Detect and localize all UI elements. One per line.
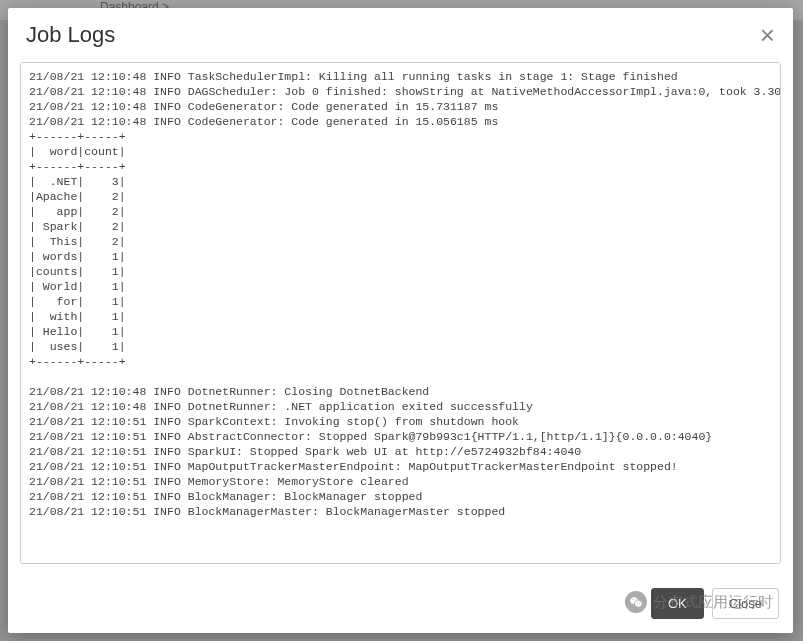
- modal-header: Job Logs ×: [8, 8, 793, 62]
- ok-button[interactable]: OK: [651, 588, 704, 619]
- close-icon[interactable]: ×: [760, 22, 775, 48]
- job-logs-modal: Job Logs × OK Close: [8, 8, 793, 633]
- log-output-textarea[interactable]: [20, 62, 781, 564]
- modal-title: Job Logs: [26, 22, 115, 48]
- modal-body: [8, 62, 793, 576]
- modal-footer: OK Close: [8, 576, 793, 633]
- close-button[interactable]: Close: [712, 588, 779, 619]
